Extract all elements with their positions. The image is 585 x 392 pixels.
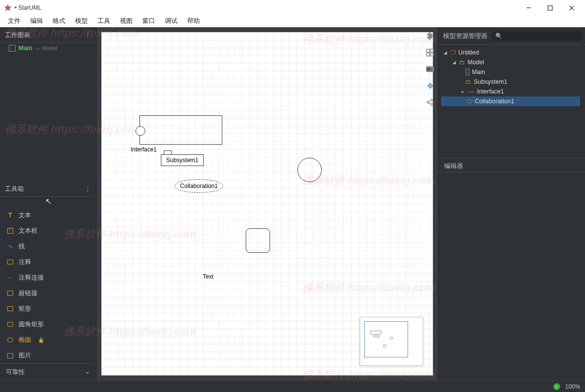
toolbox-header[interactable]: 工具箱 ⋮ [0,181,96,197]
shape-round-rect[interactable] [246,228,270,253]
menu-tool[interactable]: 工具 [93,16,115,26]
svg-marker-0 [4,4,11,11]
share-icon[interactable] [424,96,436,108]
folder-icon: 🗀 [459,59,465,66]
reliability-section[interactable]: 可靠性⌄ [0,363,96,380]
diagram-icon: ◦ [9,45,16,52]
model-tree: ◢❒Untitled ◢🗀Model ◦Main 🗀Subsystem1 ▸─○… [438,45,585,109]
status-bar: ✓ 100% [0,380,585,392]
note-link-icon: ┄┄ [7,274,14,281]
tool-image[interactable]: 图片 [0,348,96,363]
svg-rect-7 [427,53,429,56]
shape-package[interactable] [139,115,222,145]
interface-icon: ─○ [468,89,474,94]
note-icon [7,259,14,265]
zoom-level[interactable]: 100% [565,383,580,390]
model-explorer-header: 模型资源管理器 🔍 ▲▼ [438,27,585,45]
menu-file[interactable]: 文件 [3,16,25,26]
menu-debug[interactable]: 调试 [160,16,182,26]
tool-note-link[interactable]: ┄┄注释连接 [0,270,96,285]
tool-round-rect[interactable]: 圆角矩形 [0,317,96,332]
layout-icon[interactable] [424,47,436,58]
status-ok-icon[interactable]: ✓ [553,383,560,390]
tool-note[interactable]: 注释 [0,254,96,270]
chevron-down-icon: ⌄ [85,368,90,376]
diagram-icon: ◦ [466,69,469,75]
collaboration-icon [467,99,472,103]
tool-hyperlink[interactable]: 超链接 [0,285,96,301]
diagram-main[interactable]: ◦ Main — Model [0,43,96,54]
shape-text[interactable]: Text [203,273,214,280]
right-panel: 模型资源管理器 🔍 ▲▼ ◢❒Untitled ◢🗀Model ◦Main 🗀S… [438,27,585,380]
lock-icon: 🔒 [38,337,44,343]
project-icon: ❒ [450,49,456,56]
tool-line[interactable]: ∿线 [0,239,96,254]
expand-icon[interactable]: ▸ [460,89,466,94]
minimize-button[interactable] [519,1,538,15]
close-button[interactable] [562,1,581,15]
menu-window[interactable]: 窗口 [137,16,160,26]
title-bar: • StarUML [0,0,585,16]
expand-icon[interactable]: ◢ [451,60,457,65]
svg-rect-6 [430,49,433,52]
app-title: • StarUML [15,4,41,11]
menu-view[interactable]: 视图 [115,16,137,26]
menu-model[interactable]: 模型 [70,16,93,26]
expand-icon[interactable]: ◢ [442,50,448,55]
canvas-side-icons: M↓ ✥ [423,30,437,108]
subsystem-icon: 🗀 [466,78,471,85]
maximize-button[interactable] [540,1,560,15]
svg-line-12 [429,100,431,102]
markdown-icon[interactable]: M↓ [424,63,436,75]
shape-ellipse[interactable] [297,158,322,182]
svg-line-13 [429,103,431,104]
app-logo [4,4,12,12]
tool-ellipse[interactable]: 椭圆🔒 [0,332,96,348]
plugin-icon[interactable] [424,30,436,42]
svg-rect-8 [430,53,433,56]
shape-collaboration[interactable]: Collaboration1 [175,179,223,193]
canvas-area: Interface1 Subsystem1 Collaboration1 Tex… [97,27,438,380]
search-icon: 🔍 [495,33,503,39]
svg-point-9 [431,99,433,101]
shape-interface-circle[interactable] [136,126,145,136]
shape-interface-label: Interface1 [131,146,156,153]
hyperlink-icon [7,290,14,297]
svg-rect-2 [548,6,552,10]
search-input[interactable]: 🔍 [491,31,583,41]
menu-help[interactable]: 帮助 [182,16,205,26]
more-icon[interactable]: ⋮ [84,185,91,193]
left-panel: 工作图表 ⋮ ◦ Main — Model 工具箱 ⋮ T文本 T文本框 ∿线 … [0,27,97,380]
tree-model[interactable]: ◢🗀Model [440,57,583,67]
tool-textbox[interactable]: T文本框 [0,223,96,239]
tree-untitled[interactable]: ◢❒Untitled [440,48,583,57]
tool-rectangle[interactable]: 矩形 [0,301,96,317]
image-icon [7,352,14,359]
editor-body [438,172,585,380]
svg-point-10 [427,101,429,103]
menu-bar: 文件 编辑 格式 模型 工具 视图 窗口 调试 帮助 [0,16,585,27]
textbox-icon: T [7,227,14,234]
round-rect-icon [7,321,14,328]
tree-subsystem[interactable]: 🗀Subsystem1 [440,77,583,87]
working-diagrams-header[interactable]: 工作图表 ⋮ [0,27,96,43]
tree-collaboration[interactable]: Collaboration1 [441,96,580,106]
rectangle-icon [7,305,14,312]
text-icon: T [7,212,14,219]
svg-point-11 [431,104,433,106]
menu-edit[interactable]: 编辑 [25,16,48,26]
svg-rect-5 [427,49,429,52]
minimap[interactable]: - [360,317,423,366]
ellipse-icon [7,336,14,343]
move-icon[interactable]: ✥ [424,80,436,92]
minimap-viewport[interactable]: - [364,321,408,357]
menu-format[interactable]: 格式 [48,16,70,26]
more-icon[interactable]: ⋮ [84,31,91,39]
tree-interface[interactable]: ▸─○Interface1 [440,87,583,96]
tool-text[interactable]: T文本 [0,207,96,223]
editor-header[interactable]: 编辑器 [438,158,585,172]
line-icon: ∿ [7,243,14,250]
tree-main[interactable]: ◦Main [440,67,583,77]
diagram-canvas[interactable]: Interface1 Subsystem1 Collaboration1 Tex… [101,32,433,375]
shape-subsystem[interactable]: Subsystem1 [161,154,204,166]
